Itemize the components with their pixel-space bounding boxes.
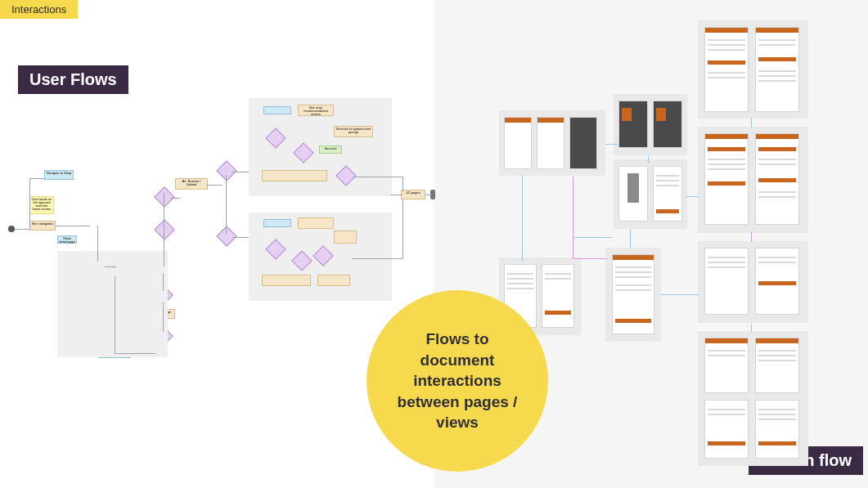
mock-screen bbox=[537, 117, 564, 169]
connector bbox=[97, 226, 98, 262]
mock-screen-dark bbox=[618, 101, 648, 148]
connector bbox=[170, 198, 180, 199]
connector bbox=[573, 237, 612, 238]
flow-start-marker bbox=[8, 226, 15, 232]
connector bbox=[630, 229, 631, 248]
mock-screen bbox=[612, 254, 654, 334]
connector bbox=[661, 294, 699, 295]
node-fg1-green: Success bbox=[319, 146, 342, 154]
connector bbox=[164, 193, 164, 266]
screen-cluster-confirm-a bbox=[698, 241, 808, 323]
node-browse-upload: A1. Browse / Upload bbox=[175, 178, 208, 190]
connector bbox=[403, 199, 403, 258]
node-fg1-tan2: Go back to options from prompt bbox=[334, 126, 373, 137]
connector bbox=[226, 175, 227, 234]
connector bbox=[29, 178, 44, 179]
connector bbox=[163, 302, 164, 332]
connector bbox=[403, 177, 403, 191]
node-page-out: 1/5 pages bbox=[401, 190, 425, 199]
mock-screen bbox=[755, 133, 799, 225]
decision-fg2-b bbox=[291, 250, 312, 271]
mock-screen bbox=[542, 264, 574, 328]
mock-screen bbox=[618, 166, 648, 222]
connector bbox=[29, 178, 30, 229]
screen-cluster-product bbox=[614, 159, 687, 229]
mock-screen bbox=[755, 27, 799, 112]
mock-screen bbox=[704, 133, 749, 225]
connector bbox=[56, 226, 90, 226]
connector bbox=[232, 237, 249, 238]
node-fg2-tan bbox=[298, 217, 334, 229]
mock-screen bbox=[755, 338, 799, 393]
node-fg2-tan-right bbox=[334, 231, 357, 244]
connector bbox=[605, 144, 618, 145]
node-fg1-blue bbox=[263, 106, 291, 114]
screen-cluster-checkout bbox=[605, 248, 661, 342]
decision-done bbox=[216, 226, 236, 246]
connector bbox=[232, 172, 249, 172]
connector bbox=[105, 266, 116, 267]
decision-has-confirm bbox=[154, 186, 174, 207]
connector bbox=[648, 155, 649, 163]
callout-circle: Flows to document interactions between p… bbox=[367, 290, 548, 472]
connector bbox=[686, 196, 699, 197]
flow-group-a: See scan recommendation screen Go back t… bbox=[249, 98, 392, 196]
connector bbox=[352, 258, 403, 259]
connector bbox=[425, 195, 432, 195]
connector bbox=[751, 324, 752, 332]
connector bbox=[751, 118, 752, 128]
node-fg2-bottom2 bbox=[317, 275, 350, 286]
node-fg2-blue bbox=[263, 219, 291, 227]
mock-screen-dark bbox=[653, 101, 682, 148]
screen-cluster-promotions bbox=[614, 94, 687, 155]
connector bbox=[391, 195, 403, 195]
screen-cluster-catalog-mid bbox=[698, 127, 808, 233]
node-see-categories: See categories bbox=[29, 221, 56, 231]
connector bbox=[206, 185, 223, 186]
mock-screen bbox=[704, 338, 749, 393]
mock-screen-dark bbox=[569, 117, 597, 169]
mock-screen bbox=[504, 117, 532, 169]
mock-screen bbox=[755, 400, 799, 459]
mock-screen bbox=[755, 248, 799, 315]
screen-cluster-catalog-1 bbox=[499, 110, 605, 176]
node-fg1-tan-wide: See scan recommendation screen bbox=[298, 105, 334, 116]
connector bbox=[751, 232, 752, 242]
connector bbox=[522, 175, 523, 260]
decision-fg1-a bbox=[265, 128, 286, 148]
node-fg1-bottom-tan bbox=[262, 170, 327, 181]
connector bbox=[522, 260, 523, 261]
screen-cluster-confirm-b bbox=[698, 331, 808, 466]
mock-screen bbox=[704, 27, 749, 112]
mock-screen bbox=[653, 166, 682, 222]
mock-screen bbox=[704, 248, 749, 315]
title-user-flows: User Flows bbox=[18, 65, 128, 94]
screen-cluster-catalog-top bbox=[698, 20, 808, 119]
decision-recommend bbox=[216, 160, 236, 181]
section-tag-interactions: Interactions bbox=[0, 0, 78, 19]
node-show-detail: Show detail page bbox=[57, 235, 77, 244]
decision-scan-good bbox=[154, 219, 174, 240]
node-nav-shop: Navigate to Shop bbox=[44, 170, 74, 180]
mock-screen bbox=[704, 400, 749, 459]
connector bbox=[15, 229, 29, 230]
connector bbox=[163, 273, 164, 291]
decision-fg2-a bbox=[265, 239, 286, 259]
connector bbox=[573, 258, 607, 259]
flow-group-b bbox=[249, 213, 392, 301]
connector bbox=[353, 177, 403, 177]
callout-text: Flows to document interactions between p… bbox=[389, 329, 525, 433]
connector bbox=[115, 353, 155, 354]
decision-fg1-b bbox=[293, 142, 313, 163]
connector bbox=[573, 177, 573, 258]
decision-fg1-c bbox=[335, 165, 356, 186]
sticky-note-landing: User lands on the app and sees the home … bbox=[29, 196, 54, 214]
connector bbox=[115, 276, 115, 353]
decision-fg2-c bbox=[313, 245, 333, 266]
node-fg2-bottom bbox=[262, 275, 311, 286]
